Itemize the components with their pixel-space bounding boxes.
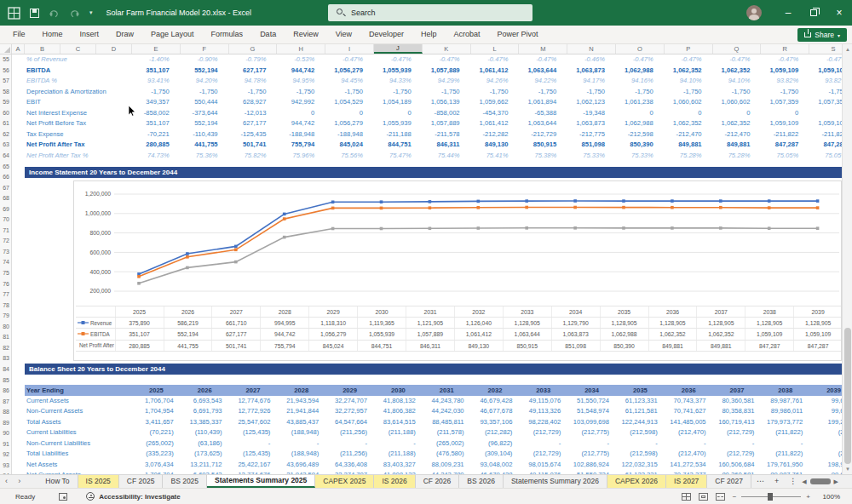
accessibility-status[interactable]: Accessibility: Investigate [99, 493, 181, 501]
sheet-cell[interactable]: 64,547,664 [325, 417, 374, 428]
row-number-55[interactable]: 55 [0, 54, 11, 66]
year-header-cell[interactable]: 2030 [374, 385, 423, 396]
row-label-current-assets[interactable]: Current Assets [26, 396, 69, 407]
sheet-grid[interactable]: 5556575859606162636465666768697071727374… [0, 54, 852, 474]
sheet-cell[interactable]: 0 [616, 108, 665, 119]
sheet-cell[interactable]: 75.33% [616, 151, 665, 162]
row-number-56[interactable]: 56 [0, 66, 11, 77]
sheet-cell[interactable]: 32,274,707 [325, 396, 374, 407]
column-header-r[interactable]: R [761, 44, 809, 54]
sheet-cell[interactable]: 49,115,076 [519, 396, 567, 407]
redo-icon[interactable] [69, 9, 80, 18]
sheet-cell[interactable]: 32,272,957 [325, 406, 374, 417]
row-number-83[interactable]: 83 [0, 353, 11, 364]
sheet-cell[interactable]: 75.56% [325, 151, 374, 162]
sheet-cell[interactable]: 1,060,602 [665, 97, 713, 108]
sheet-cell[interactable]: 1,059,109 [761, 118, 809, 129]
row-number-90[interactable]: 90 [0, 428, 11, 439]
column-header-k[interactable]: K [423, 44, 471, 54]
sheet-cell[interactable]: 102,886,924 [567, 460, 616, 471]
sheet-cell[interactable]: (265,002) [132, 438, 181, 450]
ribbon-tab-view[interactable]: View [327, 26, 360, 43]
vertical-scroll-thumb[interactable] [844, 328, 851, 464]
year-header-cell[interactable]: 2028 [277, 385, 325, 396]
row-number-74[interactable]: 74 [0, 257, 11, 268]
sheet-cell[interactable]: 1,054,529 [325, 97, 374, 108]
horizontal-scroll-thumb[interactable] [810, 478, 831, 484]
column-header-m[interactable]: M [519, 44, 567, 54]
sheet-cell[interactable]: (63,186) [181, 438, 229, 450]
ribbon-tab-review[interactable]: Review [285, 26, 327, 43]
sheet-cell[interactable]: (125,435) [229, 427, 278, 438]
sheet-cell[interactable]: 43,885,437 [277, 417, 325, 428]
row-label-non-current-liabilities[interactable]: Non-Current Liabilities [26, 438, 90, 450]
scroll-right-icon[interactable]: ▶ [834, 478, 838, 485]
column-header-q[interactable]: Q [713, 44, 762, 54]
sheet-cell[interactable]: 1,704,954 [132, 406, 181, 417]
search-input[interactable]: Search [328, 4, 532, 21]
sheet-cell[interactable]: 122,032,315 [616, 460, 665, 471]
sheet-cell[interactable]: 46,677,678 [471, 406, 520, 417]
sheet-cell[interactable]: 94.29% [423, 76, 471, 87]
sheet-cell[interactable]: 627,177 [229, 118, 278, 129]
sheet-cell[interactable]: 49,113,326 [519, 406, 567, 417]
sheet-cell[interactable]: 61,121,581 [616, 406, 665, 417]
scroll-left-icon[interactable]: ◀ [802, 478, 806, 485]
sheet-cell[interactable]: (211,188) [374, 427, 423, 438]
sheet-cell[interactable]: 75.05% [761, 151, 809, 162]
scroll-down-icon[interactable]: ▼ [843, 464, 852, 474]
sheet-cell[interactable]: 1,056,279 [325, 66, 374, 77]
sheet-cell[interactable]: 75.33% [567, 151, 616, 162]
sheet-cell[interactable]: 351,107 [132, 66, 181, 77]
sheet-cell[interactable]: 70,743,377 [665, 396, 713, 407]
column-header-j[interactable]: J [374, 44, 423, 54]
sheet-cell[interactable]: -1,750 [616, 87, 665, 98]
sheet-cell[interactable]: 93.41% [132, 76, 181, 87]
sheet-cell[interactable]: -0.79% [229, 54, 278, 66]
sheet-cell[interactable]: 75.28% [665, 151, 713, 162]
select-all-icon[interactable] [0, 44, 12, 54]
sheet-cell[interactable]: (211,822) [761, 449, 809, 460]
sheet-cell[interactable]: 349,357 [132, 97, 181, 108]
horizontal-scrollbar[interactable]: ◀ ▶ [802, 475, 852, 488]
sheet-cell[interactable]: 179,973,772 [761, 417, 809, 428]
balance-sheet-header-row[interactable]: Year Ending20252026202720282029203020312… [25, 385, 842, 396]
row-number-78[interactable]: 78 [0, 301, 11, 312]
row-number-85[interactable]: 85 [0, 375, 11, 387]
sheet-cell[interactable]: 122,244,913 [616, 417, 665, 428]
sheet-cell[interactable]: (212,775) [567, 449, 616, 460]
sheet-cell[interactable]: (188,948) [277, 427, 325, 438]
sheet-cell[interactable]: 44,243,780 [423, 396, 471, 407]
sheet-cell[interactable]: 3,076,434 [132, 460, 181, 471]
column-header-e[interactable]: E [132, 44, 181, 54]
sheet-cell[interactable]: -212,598 [616, 129, 665, 140]
row-number-60[interactable]: 60 [0, 108, 11, 119]
sheet-tab-statements-summary-2025[interactable]: Statements Summary 2025 [207, 475, 315, 488]
row-number-93[interactable]: 93 [0, 461, 11, 472]
undo-icon[interactable] [49, 9, 60, 18]
year-header-cell[interactable]: 2031 [423, 385, 471, 396]
sheet-cell[interactable]: (188,948) [277, 449, 325, 460]
sheet-cell[interactable]: 1,062,123 [567, 97, 616, 108]
column-header-d[interactable]: D [96, 44, 132, 54]
row-label-total-assets[interactable]: Total Assets [26, 417, 61, 428]
sheet-cell[interactable]: (212,470) [665, 427, 713, 438]
sheet-cell[interactable]: (212,729) [519, 427, 567, 438]
zoom-out-icon[interactable]: − [733, 493, 737, 501]
year-header-cell[interactable]: 2035 [616, 385, 665, 396]
sheet-cell[interactable]: - [567, 438, 616, 450]
sheet-cell[interactable]: (212,598) [616, 449, 665, 460]
sheet-cell[interactable]: (110,439) [181, 427, 229, 438]
sheet-tab-is-2027[interactable]: IS 2027 [666, 475, 707, 488]
sheet-cell[interactable]: -1,750 [277, 87, 325, 98]
close-button[interactable]: × [826, 0, 852, 26]
sheet-cell[interactable]: 6,693,543 [181, 396, 229, 407]
sheet-cell[interactable]: 13,211,712 [181, 460, 229, 471]
sheet-cell[interactable]: 552,194 [181, 66, 229, 77]
sheet-cell[interactable]: 0 [277, 108, 325, 119]
sheet-cell[interactable]: 849,130 [471, 140, 520, 151]
sheet-cell[interactable]: 51,548,974 [567, 406, 616, 417]
restore-button[interactable] [801, 0, 826, 26]
sheet-cell[interactable]: 44,242,030 [423, 406, 471, 417]
sheet-cell[interactable]: -1,750 [229, 87, 278, 98]
